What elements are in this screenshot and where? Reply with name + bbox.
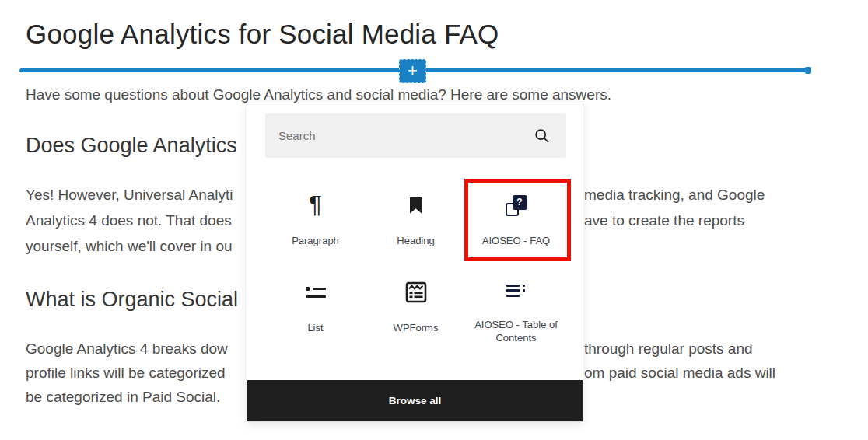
search-icon [534,128,550,147]
line-left-fragment: Yes! However, Universal Analyti [26,187,233,204]
wpforms-clipboard-icon [404,279,428,306]
block-type-grid: ¶ Paragraph Heading ? AIOSEO - FAQ List [265,170,566,344]
block-item-aioseo-toc[interactable]: AIOSEO - Table of Contents [466,257,566,344]
line-left-fragment: profile links will be categorized [26,365,226,382]
block-item-label: AIOSEO - FAQ [482,234,550,247]
block-item-label: List [307,321,323,334]
block-item-label: AIOSEO - Table of Contents [473,318,560,344]
paragraph-icon: ¶ [309,192,322,218]
block-item-label: Heading [397,234,434,247]
line-left-fragment: Google Analytics 4 breaks dow [26,340,228,358]
block-inserter-popup: ¶ Paragraph Heading ? AIOSEO - FAQ List [247,103,583,422]
block-item-label: Paragraph [292,234,339,247]
block-item-paragraph[interactable]: ¶ Paragraph [265,170,366,257]
block-search-box [265,113,566,158]
bookmark-icon [410,192,422,218]
list-icon [305,279,326,306]
section-heading-1[interactable]: Does Google Analytics [26,134,237,158]
block-item-label: WPForms [394,321,439,334]
browse-all-button[interactable]: Browse all [247,380,583,421]
add-block-button[interactable]: + [399,59,426,83]
line-left-fragment: yourself, which we'll cover in ou [26,238,233,255]
line-left-fragment: be categorized in Paid Social. [26,389,220,406]
insertion-line-handle [805,67,811,74]
block-search-input[interactable] [265,113,566,158]
line-right-fragment: ave to create the reports [584,212,744,229]
gutenberg-editor-canvas: Google Analytics for Social Media FAQ + … [0,0,868,440]
line-right-fragment: om paid social media ads will [584,365,775,382]
block-item-aioseo-faq[interactable]: ? AIOSEO - FAQ [466,170,566,257]
line-left-fragment: Analytics 4 does not. That does [26,212,232,229]
block-item-heading[interactable]: Heading [366,170,466,257]
section-heading-2[interactable]: What is Organic Social [26,288,238,312]
table-of-contents-icon [506,279,527,302]
block-item-wpforms[interactable]: WPForms [366,257,466,344]
line-right-fragment: through regular posts and [584,340,753,358]
faq-pages-icon: ? [506,192,527,218]
post-title[interactable]: Google Analytics for Social Media FAQ [26,19,499,50]
intro-paragraph[interactable]: Have some questions about Google Analyti… [26,86,611,103]
block-item-list[interactable]: List [265,257,366,344]
line-right-fragment: media tracking, and Google [584,187,765,204]
